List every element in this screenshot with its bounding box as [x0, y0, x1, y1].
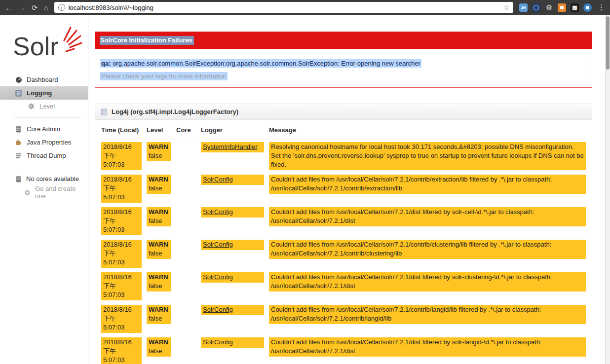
logging-icon: [15, 89, 22, 97]
reload-icon[interactable]: ⟳: [32, 4, 38, 11]
url-text[interactable]: localhost:8983/solr/#/~logging: [69, 4, 153, 11]
log-row: 2018/8/16下午5:07:03 WARNfalse SolrConfig …: [101, 305, 586, 333]
address-bar[interactable]: i localhost:8983/solr/#/~logging ☆: [54, 2, 513, 13]
level-gear-icon: [28, 103, 35, 110]
log-time: 2018/8/16下午5:07:03: [101, 142, 142, 170]
col-logger: Logger: [201, 126, 264, 135]
log-core: [176, 240, 196, 268]
log-message: Couldn't add files from /usr/local/Cella…: [269, 305, 586, 324]
go-create-core-link[interactable]: Go and create one: [15, 185, 88, 200]
log-level: WARNfalse: [147, 207, 171, 226]
sidebar-item-java-properties[interactable]: Java Properties: [0, 136, 88, 149]
sidebar-item-logging[interactable]: Logging: [0, 86, 88, 100]
log-message: Resolving canonical hostname for local h…: [269, 142, 586, 170]
scrollbar-thumb[interactable]: [606, 16, 610, 70]
log-core: [176, 142, 196, 170]
log-core: [176, 175, 196, 203]
sidebar-nav: Dashboard Logging Level Core Admin: [0, 73, 88, 162]
logging-panel-title: Log4j (org.slf4j.impl.Log4jLoggerFactory…: [112, 108, 238, 115]
forward-icon[interactable]: →: [18, 4, 26, 11]
home-icon[interactable]: ⌂: [44, 4, 48, 11]
log-time: 2018/8/16下午5:07:03: [101, 272, 142, 300]
log-level: WARNfalse: [147, 142, 171, 161]
log-row: 2018/8/16下午5:07:03 WARNfalse SolrConfig …: [101, 272, 586, 300]
log-time: 2018/8/16下午5:07:03: [101, 207, 142, 235]
log-logger-link[interactable]: SolrConfig: [203, 306, 233, 313]
log-message: Couldn't add files from /usr/local/Cella…: [269, 207, 586, 226]
col-message: Message: [269, 126, 586, 135]
log-table: Time (Local) Level Core Logger Message 2…: [95, 120, 592, 364]
col-core: Core: [176, 126, 196, 135]
core-admin-icon: [15, 125, 22, 133]
sidebar-item-dashboard[interactable]: Dashboard: [0, 73, 88, 86]
sidebar-item-core-admin[interactable]: Core Admin: [0, 122, 88, 136]
sidebar-item-thread-dump[interactable]: Thread Dump: [0, 149, 88, 162]
sidebar-item-label: Logging: [27, 89, 52, 97]
log-level: WARNfalse: [147, 240, 171, 259]
log-time: 2018/8/16下午5:07:03: [101, 305, 142, 333]
bookmark-star-icon[interactable]: ☆: [503, 3, 509, 11]
log-time: 2018/8/16下午5:07:03: [101, 240, 142, 268]
log-logger-link[interactable]: SolrConfig: [203, 176, 233, 183]
log-message: Couldn't add files from /usr/local/Cella…: [269, 240, 586, 259]
log-row: 2018/8/16下午5:07:03 WARNfalse SolrConfig …: [101, 240, 586, 268]
log-core: [176, 272, 196, 300]
extension-globe-icon[interactable]: [532, 3, 540, 12]
log-level: WARNfalse: [147, 175, 171, 194]
extension-gear-icon[interactable]: ⚙: [545, 3, 553, 12]
core-name: qa:: [101, 60, 111, 67]
extension-blue-icon[interactable]: [583, 3, 592, 12]
log-time: 2018/8/16下午5:07:03: [101, 175, 142, 203]
log-core: [176, 207, 196, 235]
log-logger-link[interactable]: SolrConfig: [203, 208, 233, 216]
no-cores-message: No cores available: [15, 175, 88, 182]
sidebar-item-label: Thread Dump: [27, 152, 66, 159]
check-logs-hint: Please check your logs for more informat…: [100, 73, 587, 80]
scrollbar-track: [605, 15, 610, 364]
sidebar-item-label: Core Admin: [27, 125, 60, 133]
log-logger-link[interactable]: SolrConfig: [203, 338, 233, 346]
no-cores-icon: [15, 175, 22, 182]
solr-logo[interactable]: Solr: [0, 26, 88, 64]
sidebar: Solr Dashboard: [0, 15, 88, 364]
solr-logo-text: Solr: [13, 32, 58, 61]
sidebar-item-label: Java Properties: [27, 139, 71, 146]
col-time: Time (Local): [101, 126, 142, 135]
logging-panel: Log4j (org.slf4j.impl.Log4jLoggerFactory…: [95, 104, 592, 364]
extension-qr-icon[interactable]: ▦: [571, 3, 579, 12]
dashboard-icon: [15, 76, 22, 83]
init-failures-banner: SolrCore Initialization Failures: [95, 32, 592, 49]
add-core-icon: [24, 189, 31, 196]
browser-menu-icon[interactable]: ⋮: [598, 3, 605, 12]
java-properties-icon: [15, 139, 22, 146]
sidebar-item-label: Level: [39, 103, 55, 110]
solr-logo-rays: [64, 28, 81, 51]
page-info-icon[interactable]: i: [58, 4, 65, 11]
sidebar-item-level[interactable]: Level: [0, 100, 88, 113]
log-logger-link[interactable]: SolrConfig: [203, 241, 233, 248]
thread-dump-icon: [15, 152, 22, 159]
log-row: 2018/8/16下午5:07:03 WARNfalse SystemInfoH…: [101, 142, 586, 170]
exception-line: qa: org.apache.solr.common.SolrException…: [100, 60, 587, 67]
col-level: Level: [147, 126, 171, 135]
log-row: 2018/8/16下午5:07:03 WARNfalse SolrConfig …: [101, 337, 586, 364]
extension-jh-icon[interactable]: JH: [519, 3, 528, 12]
log4j-icon: [100, 108, 108, 115]
log-logger-link[interactable]: SolrConfig: [203, 273, 233, 281]
extensions-area: JH ⚙ ▦: [519, 3, 592, 12]
log-logger-link[interactable]: SystemInfoHandler: [203, 143, 258, 150]
log-message: Couldn't add files from /usr/local/Cella…: [269, 337, 586, 357]
extension-orange-icon[interactable]: [558, 3, 566, 12]
log-level: WARNfalse: [147, 337, 171, 357]
no-cores-section: No cores available Go and create one: [0, 175, 88, 200]
sidebar-divider: [14, 117, 82, 118]
log-message: Couldn't add files from /usr/local/Cella…: [269, 175, 586, 194]
exception-text: org.apache.solr.common.SolrException:org…: [113, 60, 420, 67]
log-row: 2018/8/16下午5:07:03 WARNfalse SolrConfig …: [101, 207, 586, 235]
init-failures-title: SolrCore Initialization Failures: [100, 36, 194, 45]
log-time: 2018/8/16下午5:07:03: [101, 337, 142, 364]
main-content: SolrCore Initialization Failures qa: org…: [88, 15, 605, 364]
log-level: WARNfalse: [147, 305, 171, 324]
log-message: Couldn't add files from /usr/local/Cella…: [269, 272, 586, 291]
back-icon[interactable]: ←: [5, 4, 12, 11]
